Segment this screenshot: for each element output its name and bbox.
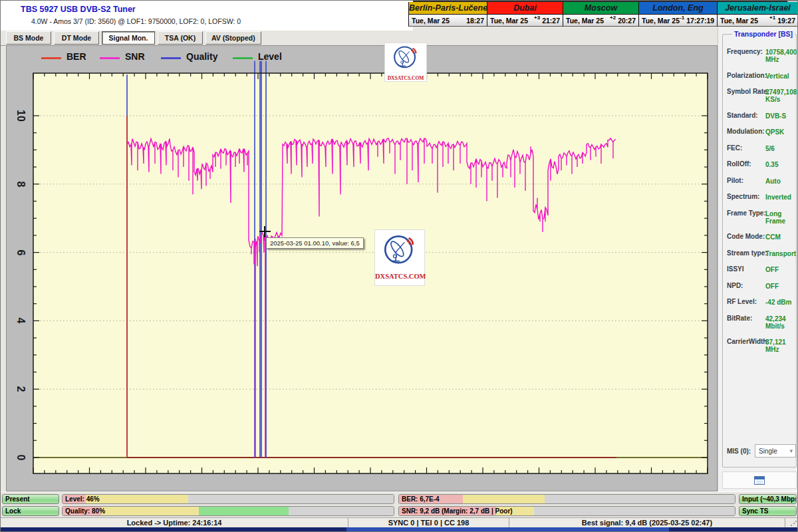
quality-swatch [161,57,181,59]
clock-city-label: Moscow [563,2,638,15]
transponder-value: Vertical [765,72,795,80]
transponder-row: Stream type: Transport [727,249,795,257]
transponder-value: 42,234 Mbit/s [765,315,795,330]
satellite-dish-icon [390,45,421,72]
clock-column: London, Eng Tue, Mar 25 -1 17:27:19 [638,2,717,27]
clock-utc-offset: -1 [680,15,684,21]
transponder-value: Long Frame [765,210,795,225]
tab-av[interactable]: AV (Stopped) [205,31,261,45]
y-axis-tick-label: 2 [15,386,27,392]
quality-bar-label: Quality: 80% [65,507,105,516]
transponder-row: Code Mode: CCM [727,233,795,241]
sync-ts-indicator: Sync TS [739,506,797,516]
tab-signal-mon[interactable]: Signal Mon. [102,31,155,45]
y-axis-tick-label: 0 [15,455,27,461]
level-bar-label: Level: 46% [65,495,100,504]
clock-time-row: Tue, Mar 25 +3 21:27 [487,15,563,26]
resize-grip[interactable] [789,519,797,527]
clock-date: Tue, Mar 25 [412,17,450,25]
clock-utc-offset: +1 [769,15,775,21]
clock-column: Dubai Tue, Mar 25 +3 21:27 [487,2,563,27]
tab-dt-mode[interactable]: DT Mode [54,31,99,45]
mis-dropdown[interactable]: Single ▾ [755,444,796,458]
tuner-subtitle: 4.0W - Amos 3/7 (ID: 3560) @ LOF1: 97500… [31,17,241,25]
clock-date: Tue, Mar 25 [642,17,680,25]
clock-time-row: Tue, Mar 25 -1 17:27:19 [639,15,717,26]
ber-swatch [41,57,61,59]
dxsatcs-text: DXSATCS.COM [375,273,424,280]
transponder-value: Inverted [765,194,795,201]
transponder-row: RF Level: -42 dBm [727,298,795,306]
transponder-row: Standard: DVB-S [727,112,795,120]
transponder-row: ISSYI OFF [727,265,795,273]
clock-time: 19:27 [777,17,795,25]
taskbar-edge [1,527,798,532]
transponder-row: Frequency: 10758,400 MHz [727,48,795,63]
tab-bs-mode[interactable]: BS Mode [6,31,51,45]
app-window: TBS 5927 USB DVB-S2 Tuner 4.0W - Amos 3/… [0,0,798,532]
quality-bar: Quality: 80% [62,506,394,516]
status-sync-counters: SYNC 0 | TEI 0 | CC 198 [348,518,509,528]
legend-label: Level [258,51,282,62]
dxsatcs-logo-small: DXSATCS.COM [385,43,426,81]
transponder-row: Symbol Rate: 27497,108 KS/s [727,88,795,103]
y-axis-tick-label: 8 [15,181,27,187]
mis-label: MIS (0): [727,448,751,455]
ber-bar-label: BER: 6,7E-4 [402,495,440,504]
clock-time-row: Tue, Mar 25 +1 19:27 [718,15,798,26]
transponder-value: 0.35 [765,161,795,168]
y-axis-tick-label: 4 [15,318,27,324]
transponder-value: -42 dBm [765,299,795,306]
transponder-value: 37,121 MHz [765,338,795,353]
transponder-value: 27497,108 KS/s [765,88,795,103]
dxsatcs-logo-large: DXSATCS.COM [375,230,424,285]
mis-row: MIS (0): Single ▾ [727,444,796,458]
dxsatcs-text: DXSATCS.COM [385,75,426,81]
status-lock-uptime: Locked -> Uptime: 24:16:14 [1,518,348,528]
transponder-value: Transport [765,250,795,257]
status-best-signal: Best signal: 9,4 dB (2025-03-25 02:47) [509,518,785,528]
snr-swatch [100,57,120,59]
signal-chart[interactable] [7,46,718,492]
y-axis-tick-label: 10 [15,110,27,122]
clock-column: Berlin-Paris-Lučenec Tue, Mar 25 18:27 [408,2,487,27]
clock-city-label: Dubai [487,2,563,15]
clock-city-label: Jerusalem-Israel [718,2,798,15]
clock-time: 17:27:19 [686,17,714,25]
mis-value: Single [759,448,777,455]
transponder-row: FEC: 5/6 [727,144,795,152]
disk-icon [754,476,765,485]
transponder-rows: Frequency: 10758,400 MHz Polarization: V… [727,48,795,362]
legend-label: Quality [186,51,217,62]
chart-tooltip: 2025-03-25 01.00.10, value: 6,5 [266,237,364,249]
legend-label: SNR [125,51,145,62]
transponder-title: Transponder [BS] [732,30,795,38]
titlebar: TBS 5927 USB DVB-S2 Tuner 4.0W - Amos 3/… [1,1,413,31]
present-indicator: Present [2,494,59,504]
transponder-row: RollOff: 0.35 [727,160,795,168]
clock-city-label: Berlin-Paris-Lučenec [409,2,487,15]
transponder-row: Polarization: Vertical [727,72,795,80]
y-axis-tick-label: 6 [15,249,27,255]
transponder-row: CarrierWidth: 37,121 MHz [727,338,795,353]
ber-bar: BER: 6,7E-4 [398,494,735,504]
clock-date: Tue, Mar 25 [490,17,528,25]
transponder-value: QPSK [765,128,795,136]
transponder-row: Modulation: QPSK [727,128,795,136]
tab-tsa[interactable]: TSA (OK) [158,31,203,45]
crosshair-cursor [264,226,265,237]
save-snapshot-button[interactable] [722,471,797,489]
clock-time: 21:27 [542,17,560,25]
clock-utc-offset: +2 [610,15,616,21]
transponder-value: OFF [765,283,795,290]
level-swatch [233,57,253,59]
mode-tabbar: BS Mode DT Mode Signal Mon. TSA (OK) AV … [6,31,261,45]
signal-chart-region[interactable]: BER SNR Quality Level 0246810 [6,45,718,491]
transponder-value: CCM [765,233,795,241]
world-clocks: Berlin-Paris-Lučenec Tue, Mar 25 18:27 D… [408,2,798,27]
legend-label: BER [66,51,86,62]
clock-time-row: Tue, Mar 25 18:27 [409,15,487,26]
clock-date: Tue, Mar 25 [720,17,758,25]
transponder-row: Frame Type: Long Frame [727,209,795,225]
input-indicator: Input (~40,3 Mbps) [739,494,797,504]
